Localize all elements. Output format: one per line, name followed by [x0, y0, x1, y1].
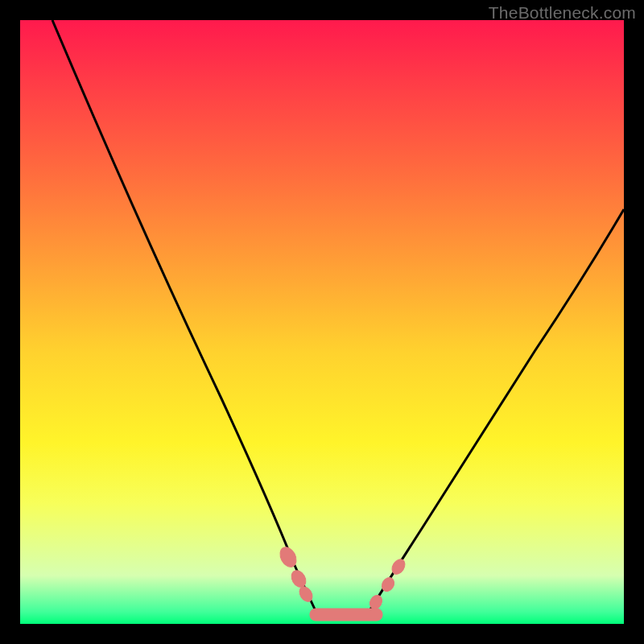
chart-svg: [20, 20, 624, 624]
outer-frame: TheBottleneck.com: [0, 0, 644, 644]
marker-group: [277, 544, 407, 621]
svg-rect-3: [310, 609, 382, 621]
plot-area: [20, 20, 624, 624]
watermark-text: TheBottleneck.com: [489, 3, 636, 23]
svg-point-1: [289, 568, 309, 589]
right-curve: [366, 209, 624, 616]
left-curve: [52, 20, 318, 616]
